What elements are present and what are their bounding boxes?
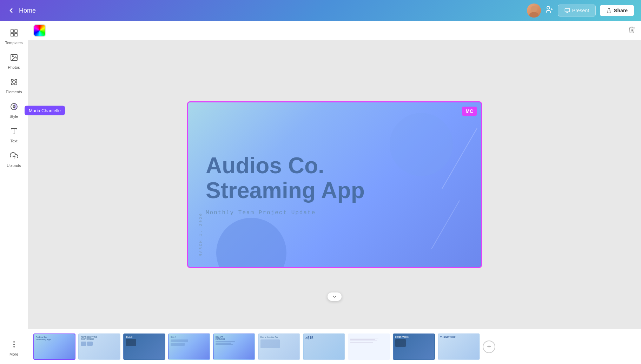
slide-subtitle: Monthly Team Project Update (206, 210, 463, 216)
header-left: Home (7, 6, 36, 15)
color-wheel[interactable] (33, 24, 46, 37)
slide-title: Audios Co.Streaming App (206, 153, 463, 203)
photo-icon (10, 53, 18, 64)
svg-point-2 (547, 6, 550, 9)
slide-date: MARCH 1, 2020 (199, 213, 203, 256)
sidebar-item-uploads[interactable]: Uploads (0, 147, 28, 172)
svg-point-0 (531, 6, 537, 12)
svg-rect-9 (11, 30, 13, 32)
header: Home Pres (0, 0, 641, 21)
present-label: Present (572, 8, 589, 13)
svg-point-15 (11, 79, 13, 81)
avatar[interactable] (527, 4, 541, 18)
svg-point-20 (13, 106, 15, 108)
svg-point-26 (14, 346, 14, 347)
sidebar-item-style[interactable]: Style Maria Chantelle (0, 98, 28, 123)
add-person-button[interactable] (545, 5, 554, 16)
more-label: More (9, 352, 18, 356)
upload-icon (10, 151, 18, 162)
slide-main[interactable]: MC Audios Co.Streaming App Monthly Team … (187, 101, 482, 268)
sidebar-item-elements[interactable]: Elements (0, 74, 28, 98)
elements-icon (10, 78, 18, 88)
delete-button[interactable] (628, 26, 636, 35)
grid-icon (10, 29, 18, 39)
thumbnail-10[interactable]: THANK YOU! (438, 333, 480, 360)
svg-rect-18 (15, 83, 17, 85)
back-button[interactable] (7, 6, 15, 15)
add-slide-button[interactable]: + (483, 341, 495, 353)
slide-canvas-container: MC Audios Co.Streaming App Monthly Team … (28, 40, 641, 329)
thumbnail-2[interactable]: REPRESENTINGCUSTOMERS (78, 333, 120, 360)
slide-content: Audios Co.Streaming App Monthly Team Pro… (188, 102, 481, 267)
present-button[interactable]: Present (558, 5, 596, 16)
sidebar-item-photos[interactable]: Photos (0, 49, 28, 74)
sidebar: Templates Photos Elements (0, 21, 28, 364)
thumbnail-strip: Audios Co.Streaming App REPRESENTINGCUST… (28, 329, 641, 364)
main-layout: Templates Photos Elements (0, 21, 641, 364)
svg-point-1 (529, 12, 538, 18)
more-icon (10, 340, 18, 351)
thumbnail-8[interactable] (348, 333, 390, 360)
sidebar-item-templates[interactable]: Templates (0, 25, 28, 49)
collapse-handle[interactable] (328, 292, 342, 301)
svg-point-16 (15, 79, 17, 81)
style-icon (10, 102, 18, 113)
templates-label: Templates (5, 41, 22, 45)
svg-point-24 (14, 342, 14, 342)
thumbnail-1[interactable]: Audios Co.Streaming App (33, 333, 75, 360)
svg-rect-11 (11, 34, 13, 36)
slide-title-text: Audios Co.Streaming App (206, 153, 365, 203)
thumbnail-7[interactable]: >$15 (303, 333, 345, 360)
avatar-container (527, 4, 541, 18)
share-label: Share (614, 8, 628, 13)
header-right: Present Share (527, 4, 634, 18)
text-icon (10, 127, 18, 137)
svg-point-17 (11, 83, 13, 85)
svg-point-25 (14, 344, 14, 345)
svg-rect-12 (15, 34, 17, 36)
style-label: Style (9, 114, 18, 119)
svg-point-14 (12, 56, 13, 57)
home-label: Home (19, 7, 36, 14)
elements-label: Elements (6, 90, 22, 94)
text-label: Text (10, 139, 17, 143)
thumbnail-6[interactable]: How to Monetize App (258, 333, 300, 360)
share-button[interactable]: Share (600, 5, 634, 16)
svg-rect-5 (565, 8, 569, 12)
photos-label: Photos (8, 65, 20, 69)
thumbnail-5[interactable]: KEY APPFEATURES (213, 333, 255, 360)
add-slide-icon: + (487, 343, 491, 351)
canvas-area: MC Audios Co.Streaming App Monthly Team … (28, 21, 641, 364)
thumbnail-3[interactable]: Slide 3 (123, 333, 165, 360)
thumbnail-4[interactable]: Slide 4 (168, 333, 210, 360)
thumbnail-9[interactable]: BUYER FACING (393, 333, 435, 360)
sidebar-item-text[interactable]: Text (0, 123, 28, 147)
sidebar-item-more[interactable]: More (0, 336, 28, 360)
svg-rect-10 (15, 30, 17, 32)
uploads-label: Uploads (7, 163, 21, 168)
toolbar (28, 21, 641, 40)
